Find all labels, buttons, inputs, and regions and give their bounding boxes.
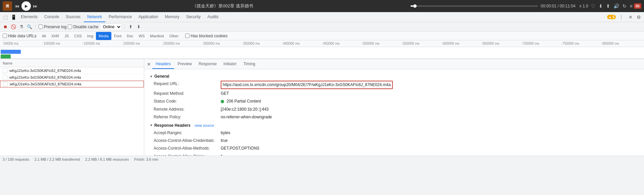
disable-cache-label[interactable]: Disable cache [68,25,98,29]
response-headers-section-header: ▼ Response Headers view source [150,121,639,129]
filter-js[interactable]: JS [62,32,71,40]
devtools-panel: ⬚ 📱 Elements Console Sources Network Per… [0,12,644,162]
preserve-log-checkbox[interactable] [39,25,43,29]
speed-display: x 1.0 [580,4,588,8]
row-checkbox-1[interactable] [3,68,7,73]
details-panel: ✕ Headers Preview Response Initiator Tim… [144,59,644,156]
request-name-2: wKgJJ1eKo-3xGS0KAFIc8J_87NE024.m4a [9,75,141,79]
has-blocked-label[interactable]: Has blocked cookies [185,34,227,38]
row-checkbox-3[interactable] [3,82,8,86]
tab-performance[interactable]: Performance [105,12,135,22]
timeline-area: 50000 ms 100000 ms 150000 ms 200000 ms 2… [0,40,644,59]
accept-ranges-row: Accept-Ranges: bytes [150,129,639,137]
request-row[interactable]: wKgJJ1eKo-3xGS0KAFIc8J_87NE024.m4a [0,67,144,74]
refresh-icon[interactable]: ↻ [623,3,627,9]
status-code-row: Status Code: 206 Partial Content [150,98,639,105]
tab-network[interactable]: Network [84,12,105,22]
filter-css[interactable]: CSS [71,32,85,40]
filter-media[interactable]: Media [96,32,111,40]
filter-font[interactable]: Font [111,32,124,40]
clear-button[interactable]: 🚫 [10,24,17,30]
triangle-icon: ▼ [150,75,153,78]
filter-xhr[interactable]: XHR [49,32,62,40]
play-button[interactable]: ▶ [21,1,31,11]
tick-10: 500000 ms [362,42,402,45]
export-har-button[interactable]: ⬇ [136,24,142,30]
record-button[interactable]: ⏺ [2,24,9,30]
device-toggle-button[interactable]: 📱 [9,13,17,21]
devtools-tabs: Elements Console Sources Network Perform… [17,12,607,22]
playlist-icon[interactable]: ≡ [630,3,633,9]
resources-size: 2.2 MB / 8.1 MB resources [85,157,129,161]
request-row-3[interactable]: wKgJJ1eKo-3xGS0KAFIc8J_87NE024.m4a [0,81,144,87]
request-row-2[interactable]: wKgJJ1eKo-3xGS0KAFIc8J_87NE024.m4a [0,74,144,81]
tab-headers[interactable]: Headers [152,60,174,69]
next-button[interactable]: ⏭ [33,4,38,8]
access-control-origin-key: Access-Control-Allow-Origin: [154,153,221,156]
tab-sources[interactable]: Sources [62,12,84,22]
filter-img[interactable]: Img [85,32,96,40]
filter-ws[interactable]: WS [136,32,148,40]
row-checkbox-2[interactable] [3,75,7,80]
tab-preview[interactable]: Preview [174,60,195,69]
filter-all[interactable]: All [39,32,49,40]
share-icon[interactable]: ⬆ [606,3,610,9]
disable-cache-checkbox[interactable] [68,25,72,29]
tick-1: 50000 ms [3,42,43,45]
tab-application[interactable]: Application [135,12,162,22]
hide-data-urls-checkbox[interactable] [3,34,7,38]
tab-elements[interactable]: Elements [17,12,41,22]
prev-button[interactable]: ⏮ [15,4,19,8]
request-method-key: Request Method: [154,90,221,97]
progress-fill [411,5,413,7]
referrer-policy-key: Referrer Policy: [154,114,221,120]
requests-panel: Name wKgJJ1eKo-3xGS0KAFIc8J_87NE024.m4a … [0,59,144,156]
heart-icon[interactable]: ♡ [591,3,595,9]
filter-manifest[interactable]: Manifest [147,32,167,40]
triangle-icon-2: ▼ [150,123,153,127]
corner-badge: 05 [634,3,641,9]
close-details-button[interactable]: ✕ [146,61,152,68]
inspect-element-button[interactable]: ⬚ [1,13,9,21]
tab-timing[interactable]: Timing [240,60,259,69]
tick-11: 550000 ms [402,42,442,45]
player-right-icons: ♡ ⬇ ⬆ 🔊 ↻ ≡ [591,3,633,9]
view-source-link[interactable]: view source [195,123,214,127]
preserve-log-label[interactable]: Preserve log [39,25,66,29]
hide-data-urls-label[interactable]: Hide data URLs [3,34,37,38]
status-code-value: 206 Partial Content [221,98,261,105]
progress-bar-container[interactable] [411,5,538,7]
throttle-select[interactable]: Online [100,24,122,30]
separator [36,24,36,30]
settings-button[interactable]: ⚙ [635,13,643,21]
request-url-value[interactable]: https://aod.cos.tx.xmcdn.com/group20/M04… [221,81,393,89]
download-icon[interactable]: ⬇ [599,3,603,9]
close-devtools-button[interactable]: ✕ [627,13,635,21]
tab-audits[interactable]: Audits [204,12,222,22]
remote-address-row: Remote Address: [240e:c2:1800:1b:20::]:4… [150,106,639,113]
access-control-creds-key: Access-Control-Allow-Credentials: [154,138,221,144]
player-controls: ⏮ ▶ ⏭ [15,1,38,11]
tab-response[interactable]: Response [195,60,220,69]
filter-doc[interactable]: Doc [124,32,136,40]
timeline-ruler: 50000 ms 100000 ms 150000 ms 200000 ms 2… [0,40,644,47]
filter-toggle-button[interactable]: ⚗ [18,24,25,30]
tab-initiator[interactable]: Initiator [220,60,240,69]
ruler-ticks: 50000 ms 100000 ms 150000 ms 200000 ms 2… [3,42,641,45]
requests-list: wKgJJ1eKo-3xGS0KAFIc8J_87NE024.m4a wKgJJ… [0,67,144,156]
tab-memory[interactable]: Memory [162,12,183,22]
tab-security[interactable]: Security [183,12,204,22]
volume-icon[interactable]: 🔊 [613,3,619,9]
general-section-header: ▼ General [150,72,639,80]
access-control-creds-value: true [221,138,228,144]
more-options-button[interactable]: ⋮ [617,13,625,21]
remote-address-key: Remote Address: [154,106,221,113]
notification-badge: ▲ 6 [607,15,616,19]
search-button[interactable]: 🔍 [26,24,33,30]
has-blocked-checkbox[interactable] [185,34,190,38]
import-har-button[interactable]: ⬆ [127,24,134,30]
tab-console[interactable]: Console [41,12,62,22]
requests-count: 3 / 100 requests [3,157,29,161]
filter-other[interactable]: Other [167,32,181,40]
access-control-methods-row: Access-Control-Allow-Methods: GET,POST,O… [150,145,639,152]
